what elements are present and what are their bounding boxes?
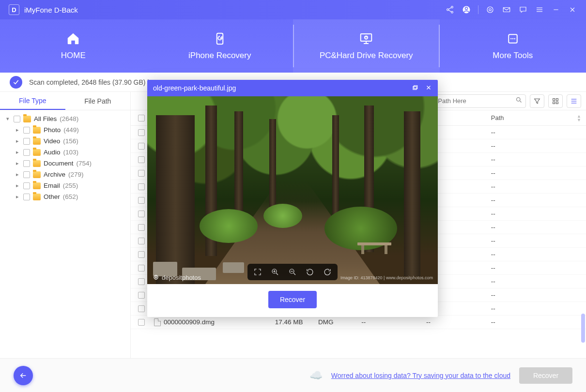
settings-icon[interactable] [485, 5, 495, 15]
preview-restore-icon[interactable] [412, 84, 418, 92]
cell-ddate: -- [426, 318, 491, 326]
svg-point-40 [154, 275, 158, 279]
svg-rect-28 [553, 98, 555, 100]
row-checkbox[interactable] [138, 183, 145, 190]
col-path[interactable]: Path▲▼ [491, 114, 586, 122]
row-checkbox[interactable] [138, 305, 145, 312]
tree-item-other[interactable]: ▸Other (652) [2, 191, 128, 202]
tab-pc-label: PC&Hard Drive Recovery [320, 51, 413, 60]
fullscreen-icon[interactable] [252, 267, 263, 277]
left-tab-file-type[interactable]: File Type [0, 92, 65, 110]
scrollbar[interactable] [581, 314, 585, 343]
row-checkbox[interactable] [138, 143, 145, 150]
recover-button-footer[interactable]: Recover [519, 367, 572, 384]
cell-path: -- [491, 291, 586, 299]
account-icon[interactable] [462, 5, 471, 15]
row-checkbox[interactable] [138, 170, 145, 177]
navbar: HOME iPhone Recovery PC&Hard Drive Recov… [0, 19, 586, 73]
row-checkbox[interactable] [138, 265, 145, 271]
row-checkbox[interactable] [138, 278, 145, 285]
list-view-button[interactable] [567, 94, 581, 108]
status-text: Scan completed, 2648 files (37.90 GB) i [29, 78, 149, 86]
tree-item-email[interactable]: ▸Email (255) [2, 180, 128, 191]
table-row[interactable]: 0000000909.dmg 17.46 MB DMG -- -- -- [131, 316, 586, 329]
menu-icon[interactable] [535, 5, 544, 15]
select-all-checkbox[interactable] [138, 115, 145, 121]
file-icon [154, 318, 161, 326]
preview-window: old-green-park-beautiful.jpg depositphot… [147, 80, 438, 317]
tab-pc-recovery[interactable]: PC&Hard Drive Recovery [293, 19, 440, 73]
cell-size: 17.46 MB [275, 318, 318, 326]
left-tab-file-path[interactable]: File Path [65, 92, 131, 110]
tree-root[interactable]: ▾All Files (2648) [2, 113, 128, 124]
svg-point-24 [512, 38, 514, 40]
svg-line-43 [276, 273, 278, 275]
minimize-icon[interactable] [551, 5, 561, 15]
svg-rect-37 [414, 85, 417, 88]
cell-path: -- [491, 264, 586, 271]
row-checkbox[interactable] [138, 129, 145, 136]
cell-path: -- [491, 183, 586, 190]
left-panel: File Type File Path ▾All Files (2648)▸Ph… [0, 92, 131, 358]
share-icon[interactable] [445, 5, 455, 15]
row-checkbox[interactable] [138, 224, 145, 231]
mail-icon[interactable] [502, 5, 511, 15]
preview-close-icon[interactable] [425, 84, 432, 92]
row-checkbox[interactable] [138, 251, 145, 258]
search-icon[interactable] [513, 96, 523, 106]
svg-line-4 [448, 10, 451, 12]
tab-more-tools[interactable]: More Tools [440, 19, 586, 73]
row-checkbox[interactable] [138, 319, 145, 326]
row-checkbox[interactable] [138, 238, 145, 244]
app-logo: D [9, 4, 19, 15]
row-checkbox[interactable] [138, 211, 145, 217]
grid-view-button[interactable] [548, 94, 563, 108]
rotate-right-icon[interactable] [322, 267, 333, 277]
back-button[interactable] [14, 366, 33, 385]
tree-item-video[interactable]: ▸Video (156) [2, 136, 128, 147]
cell-path: -- [491, 237, 586, 244]
zoom-in-icon[interactable] [270, 267, 280, 277]
close-icon[interactable] [568, 5, 577, 15]
rotate-left-icon[interactable] [305, 267, 315, 277]
preview-image: depositphotos Image ID: 413878420 | www.… [147, 96, 438, 284]
svg-rect-36 [413, 86, 416, 89]
cell-path: -- [491, 210, 586, 217]
watermark-id: Image ID: 413878420 | www.depositphotos.… [340, 275, 433, 280]
cell-path: -- [491, 169, 586, 177]
tab-home[interactable]: HOME [0, 19, 147, 73]
svg-line-27 [520, 101, 521, 102]
app-title: iMyFone D-Back [24, 6, 78, 14]
svg-point-26 [517, 98, 521, 102]
preview-filename: old-green-park-beautiful.jpg [153, 84, 236, 92]
filter-button[interactable] [530, 94, 544, 108]
cell-path: -- [491, 278, 586, 285]
tab-iphone-recovery[interactable]: iPhone Recovery [147, 19, 293, 73]
image-toolbar [247, 264, 338, 280]
svg-rect-30 [553, 102, 555, 104]
svg-line-3 [448, 8, 451, 10]
tree-item-photo[interactable]: ▸Photo (449) [2, 124, 128, 136]
svg-line-47 [293, 273, 295, 275]
row-checkbox[interactable] [138, 292, 145, 299]
zoom-out-icon[interactable] [287, 267, 298, 277]
svg-point-8 [489, 9, 492, 11]
feedback-icon[interactable] [518, 5, 528, 15]
file-tree: ▾All Files (2648)▸Photo (449)▸Video (156… [0, 110, 130, 205]
cell-name: 0000000909.dmg [164, 318, 215, 326]
cell-path: -- [491, 305, 586, 312]
row-checkbox[interactable] [138, 197, 145, 204]
row-checkbox[interactable] [138, 156, 145, 163]
tree-item-document[interactable]: ▸Document (754) [2, 158, 128, 169]
cell-date: -- [361, 318, 426, 326]
cell-path: -- [491, 224, 586, 231]
titlebar: D iMyFone D-Back [0, 0, 586, 19]
preview-recover-button[interactable]: Recover [268, 291, 317, 308]
tree-item-audio[interactable]: ▸Audio (103) [2, 147, 128, 158]
tab-more-label: More Tools [493, 51, 533, 60]
svg-rect-29 [556, 98, 558, 100]
cloud-link[interactable]: Worred about losing data? Try saving you… [331, 372, 510, 379]
cell-path: -- [491, 156, 586, 163]
tree-item-archive[interactable]: ▸Archive (279) [2, 169, 128, 180]
check-icon [10, 76, 22, 89]
